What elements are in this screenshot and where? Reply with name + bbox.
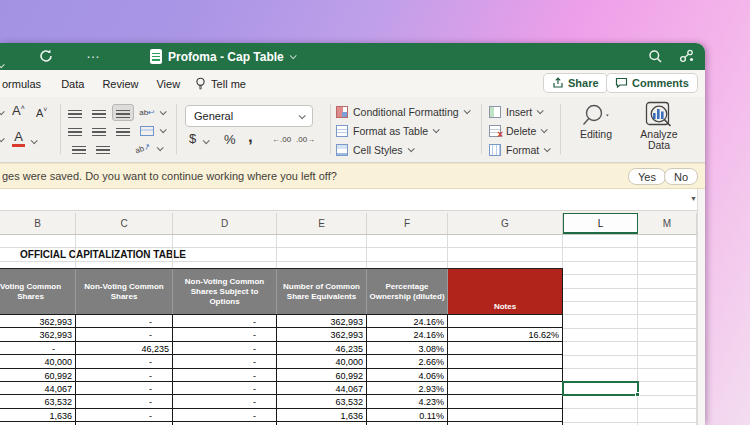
table-cell[interactable] <box>448 382 563 395</box>
currency-format-button[interactable]: $ <box>189 131 196 146</box>
tab-review[interactable]: Review <box>100 78 140 90</box>
tab-ormulas[interactable]: ormulas <box>0 78 43 90</box>
column-header-D[interactable]: D <box>173 213 277 234</box>
more-options-icon[interactable]: … <box>86 45 102 61</box>
table-cell[interactable]: 1,636 <box>0 409 76 422</box>
align-left-button[interactable] <box>64 122 86 139</box>
increase-font-size-button[interactable]: A˄ <box>12 103 25 118</box>
table-cell[interactable]: - <box>76 315 173 328</box>
table-cell[interactable]: - <box>173 315 277 328</box>
formula-bar[interactable]: ▼ <box>0 189 705 211</box>
orientation-button[interactable]: ab↗ <box>132 140 154 157</box>
table-cell[interactable]: 4.06% <box>367 369 448 382</box>
cell-styles-button[interactable]: Cell Styles <box>336 140 469 159</box>
table-cell[interactable] <box>448 395 563 408</box>
table-cell[interactable]: 46,235 <box>277 342 367 355</box>
column-header-G[interactable]: G <box>448 213 563 234</box>
align-top-button[interactable] <box>64 104 86 121</box>
table-cell[interactable]: 362,993 <box>277 328 367 341</box>
table-cell[interactable] <box>448 342 563 355</box>
search-icon[interactable] <box>648 49 663 64</box>
decrease-decimal-button[interactable]: .00→ <box>296 135 315 144</box>
analyze-data-button[interactable]: Analyze Data <box>630 101 688 151</box>
table-cell[interactable]: 4.23% <box>367 395 448 408</box>
editing-button[interactable]: Editing <box>570 103 622 140</box>
decrease-font-size-button[interactable]: A˅ <box>36 106 47 119</box>
table-cell[interactable]: 362,993 <box>277 315 367 328</box>
font-color-chevron-icon[interactable] <box>31 137 38 144</box>
increase-indent-button[interactable] <box>92 140 114 157</box>
table-cell[interactable]: 60,992 <box>277 369 367 382</box>
cut-control-chevron-icon[interactable] <box>0 135 5 142</box>
comma-format-button[interactable]: , <box>248 127 253 147</box>
table-cell[interactable] <box>448 409 563 422</box>
font-color-button[interactable]: A <box>12 130 25 147</box>
tab-tell-me[interactable]: Tell me <box>209 78 248 90</box>
table-cell[interactable]: 2.66% <box>367 355 448 368</box>
table-cell[interactable]: - <box>173 409 277 422</box>
comments-button[interactable]: Comments <box>606 73 698 93</box>
column-header-F[interactable]: F <box>367 213 448 234</box>
align-bottom-button[interactable] <box>112 104 134 121</box>
table-cell[interactable]: 0.11% <box>367 409 448 422</box>
table-cell[interactable]: - <box>173 328 277 341</box>
column-header-B[interactable]: B <box>0 213 76 234</box>
table-cell[interactable]: 2.93% <box>367 382 448 395</box>
table-cell[interactable]: 16.62% <box>448 328 563 341</box>
share-button[interactable]: Share <box>543 73 608 93</box>
cut-control-chevron-icon[interactable] <box>0 108 5 115</box>
table-cell[interactable]: 24.16% <box>367 328 448 341</box>
spreadsheet-grid[interactable]: OFFICIAL CAPITALIZATION TABLE Voting Com… <box>0 235 697 425</box>
align-center-button[interactable] <box>88 122 110 139</box>
table-cell[interactable]: - <box>76 369 173 382</box>
presence-share-icon[interactable] <box>678 48 695 64</box>
table-cell[interactable]: - <box>76 409 173 422</box>
increase-decimal-button[interactable]: ←.00 <box>272 135 291 144</box>
wrap-text-button[interactable]: ab↩ <box>136 104 158 121</box>
column-header-L[interactable]: L <box>563 213 638 234</box>
table-cell[interactable]: - <box>76 395 173 408</box>
table-cell[interactable]: 40,000 <box>0 355 76 368</box>
table-cell[interactable]: 24.16% <box>367 315 448 328</box>
no-button[interactable]: No <box>664 168 698 185</box>
table-cell[interactable]: 46,235 <box>76 342 173 355</box>
align-middle-button[interactable] <box>88 104 110 121</box>
table-cell[interactable]: 60,992 <box>0 369 76 382</box>
conditional-formatting-button[interactable]: Conditional Formatting <box>336 102 469 121</box>
table-cell[interactable]: - <box>76 355 173 368</box>
decrease-indent-button[interactable] <box>68 140 90 157</box>
merge-center-button[interactable] <box>136 122 158 139</box>
table-cell[interactable]: - <box>173 355 277 368</box>
table-cell[interactable]: 44,067 <box>0 382 76 395</box>
table-cell[interactable] <box>448 315 563 328</box>
format-as-table-button[interactable]: Format as Table <box>336 121 469 140</box>
table-cell[interactable]: - <box>173 342 277 355</box>
column-header-M[interactable]: M <box>638 213 697 234</box>
fill-handle[interactable] <box>635 392 640 397</box>
delete-button[interactable]: Delete <box>489 121 549 140</box>
format-button[interactable]: Format <box>489 140 549 159</box>
table-cell[interactable]: - <box>173 382 277 395</box>
table-cell[interactable]: - <box>76 328 173 341</box>
number-format-dropdown[interactable]: General <box>185 105 313 127</box>
column-header-E[interactable]: E <box>277 213 367 234</box>
tab-data[interactable]: Data <box>59 78 86 90</box>
table-cell[interactable]: - <box>0 342 76 355</box>
document-title-group[interactable]: Profoma - Cap Table <box>150 43 295 70</box>
table-cell[interactable]: 44,067 <box>277 382 367 395</box>
table-cell[interactable]: 63,532 <box>277 395 367 408</box>
table-cell[interactable]: 362,993 <box>0 328 76 341</box>
active-cell-selection[interactable] <box>562 381 639 396</box>
table-cell[interactable]: 3.08% <box>367 342 448 355</box>
insert-button[interactable]: Insert <box>489 102 549 121</box>
table-cell[interactable] <box>448 355 563 368</box>
wrap-text-chevron-icon[interactable] <box>160 108 167 115</box>
table-cell[interactable]: 40,000 <box>277 355 367 368</box>
scroll-up-arrow-icon[interactable]: ▼ <box>690 195 697 202</box>
align-right-button[interactable] <box>112 122 134 139</box>
percent-format-button[interactable]: % <box>224 132 236 147</box>
table-cell[interactable]: 1,636 <box>277 409 367 422</box>
orientation-chevron-icon[interactable] <box>157 144 164 151</box>
table-cell[interactable] <box>448 369 563 382</box>
table-cell[interactable]: - <box>76 382 173 395</box>
